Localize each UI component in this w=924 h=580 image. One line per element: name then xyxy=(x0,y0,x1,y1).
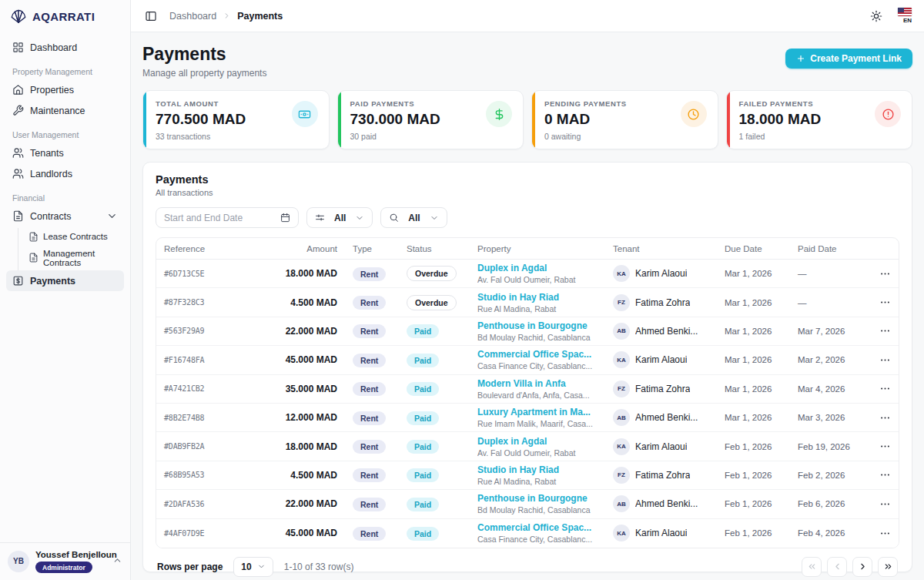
row-actions-button[interactable] xyxy=(879,297,891,308)
sidebar-item-management-contracts[interactable]: Management Contracts xyxy=(24,245,124,270)
type-badge: Rent xyxy=(353,267,386,281)
create-payment-link-button[interactable]: Create Payment Link xyxy=(785,49,912,69)
sidebar-item-label: Tenants xyxy=(30,148,64,159)
next-page-button[interactable] xyxy=(852,557,872,577)
payment-amount: 45.000 MAD xyxy=(264,354,345,365)
stat-label: PENDING PAYMENTS xyxy=(544,99,627,108)
rows-range-text: 1-10 of 33 row(s) xyxy=(284,562,354,572)
payment-amount: 18.000 MAD xyxy=(264,268,345,279)
payment-reference: #4AF07D9E xyxy=(156,529,264,538)
tenant-cell: KA Karim Alaoui xyxy=(605,525,717,541)
property-cell: Duplex in Agdal Av. Fal Ould Oumeir, Rab… xyxy=(470,436,605,458)
role-badge: Administrator xyxy=(35,562,92,573)
paid-date: Feb 19, 2026 xyxy=(790,442,871,451)
status-filter-select[interactable]: All xyxy=(306,207,373,228)
status-badge: Paid xyxy=(407,498,439,511)
tenant-avatar: FZ xyxy=(613,381,630,397)
property-link[interactable]: Commercial Office Spac... xyxy=(477,349,598,360)
banknote-icon xyxy=(292,101,318,127)
breadcrumb-dashboard[interactable]: Dashboard xyxy=(169,11,216,22)
status-badge: Paid xyxy=(407,468,439,482)
page-title: Payments xyxy=(142,44,266,65)
date-range-input[interactable]: Start and End Date xyxy=(156,207,299,228)
stat-card-total-amount: TOTAL AMOUNT 770.500 MAD 33 transactions xyxy=(142,90,330,149)
table-row: #4AF07D9E 45.000 MAD Rent Paid Commercia… xyxy=(156,519,899,548)
panel-subtitle: All transactions xyxy=(156,188,899,197)
sidebar-item-contracts[interactable]: Contracts xyxy=(6,206,124,226)
chevron-left-icon xyxy=(832,562,842,572)
last-page-button[interactable] xyxy=(878,557,898,577)
sidebar-item-lease-contracts[interactable]: Lease Contracts xyxy=(24,228,124,245)
property-link[interactable]: Studio in Hay Riad xyxy=(477,292,598,303)
payments-table-body: #6D713C5E 18.000 MAD Rent Overdue Duplex… xyxy=(156,260,899,548)
sidebar-item-properties[interactable]: Properties xyxy=(6,79,124,100)
row-actions-button[interactable] xyxy=(879,354,891,366)
property-link[interactable]: Luxury Apartment in Ma... xyxy=(477,407,598,417)
property-cell: Studio in Hay Riad Rue Al Madina, Rabat xyxy=(470,464,605,486)
property-link[interactable]: Duplex in Agdal xyxy=(477,436,598,447)
row-actions-button[interactable] xyxy=(879,441,891,452)
row-actions-button[interactable] xyxy=(879,412,891,424)
chevron-right-icon xyxy=(858,562,868,572)
property-link[interactable]: Penthouse in Bourgogne xyxy=(477,493,598,504)
property-link[interactable]: Penthouse in Bourgogne xyxy=(477,320,598,331)
property-link[interactable]: Duplex in Agdal xyxy=(477,263,598,273)
sidebar-item-tenants[interactable]: Tenants xyxy=(6,142,124,163)
brand-name: AQARRATI xyxy=(32,10,95,23)
chevron-down-icon xyxy=(430,213,439,223)
row-actions-button[interactable] xyxy=(879,469,891,481)
type-badge: Rent xyxy=(353,440,386,454)
sidebar-item-label: Lease Contracts xyxy=(43,232,108,241)
row-actions-button[interactable] xyxy=(879,498,891,510)
table-row: #563F29A9 22.000 MAD Rent Paid Penthouse… xyxy=(156,317,899,346)
payment-status-cell: Paid xyxy=(399,381,470,396)
users-icon xyxy=(12,168,24,179)
plus-icon xyxy=(796,54,805,63)
stat-texts: FAILED PAYMENTS 18.000 MAD 1 failed xyxy=(739,99,822,141)
stats-row: TOTAL AMOUNT 770.500 MAD 33 transactions… xyxy=(142,90,912,149)
previous-page-button[interactable] xyxy=(827,557,847,577)
sidebar-item-landlords[interactable]: Landlords xyxy=(6,163,124,184)
stat-texts: PAID PAYMENTS 730.000 MAD 30 paid xyxy=(350,99,440,141)
sidebar-item-payments[interactable]: Payments xyxy=(6,270,124,291)
panel-title: Payments xyxy=(156,173,899,186)
language-switch[interactable]: EN xyxy=(898,8,912,24)
row-actions-button[interactable] xyxy=(879,383,891,394)
row-actions-button[interactable] xyxy=(879,325,891,337)
tenant-avatar: KA xyxy=(613,351,630,368)
page-content: Payments Manage all property payments Cr… xyxy=(131,32,924,580)
property-link[interactable]: Modern Villa in Anfa xyxy=(477,378,598,389)
chevron-down-icon xyxy=(257,562,266,571)
page-subtitle: Manage all property payments xyxy=(142,68,266,79)
payment-type-cell: Rent xyxy=(345,411,399,425)
paid-date: Feb 4, 2026 xyxy=(790,528,871,538)
ellipsis-icon xyxy=(879,412,891,424)
tenant-cell: KA Karim Alaoui xyxy=(605,265,717,282)
column-header-reference: Reference xyxy=(156,244,264,253)
file-text-icon xyxy=(28,232,38,242)
sidebar-toggle-button[interactable] xyxy=(143,8,159,24)
sidebar-item-dashboard[interactable]: Dashboard xyxy=(6,37,124,58)
property-link[interactable]: Commercial Office Spac... xyxy=(477,522,598,533)
paid-date: Mar 2, 2026 xyxy=(790,355,871,364)
tenant-name: Karim Alaoui xyxy=(635,268,687,279)
property-cell: Penthouse in Bourgogne Bd Moulay Rachid,… xyxy=(470,493,605,515)
user-menu[interactable]: YB Youssef Benjelloun Administrator xyxy=(0,542,130,580)
rows-per-page-select[interactable]: 10 xyxy=(233,557,273,577)
payment-reference: #6D713C5E xyxy=(156,270,264,278)
row-actions-button[interactable] xyxy=(879,268,891,280)
theme-toggle-button[interactable] xyxy=(869,8,884,24)
payment-status-cell: Paid xyxy=(399,468,470,482)
status-badge: Paid xyxy=(407,440,439,454)
search-filter-select[interactable]: All xyxy=(380,207,447,228)
payment-type-cell: Rent xyxy=(345,324,399,338)
row-actions-button[interactable] xyxy=(879,528,891,539)
paid-date: Feb 6, 2026 xyxy=(790,499,871,508)
tenant-cell: AB Ahmed Benki... xyxy=(605,495,717,512)
sidebar-item-maintenance[interactable]: Maintenance xyxy=(6,100,124,121)
property-link[interactable]: Studio in Hay Riad xyxy=(477,464,598,475)
row-actions-cell xyxy=(871,354,899,366)
first-page-button[interactable] xyxy=(802,557,822,577)
dollar-icon xyxy=(486,101,512,127)
sidebar-nav: Dashboard Property Management Properties… xyxy=(0,32,130,542)
